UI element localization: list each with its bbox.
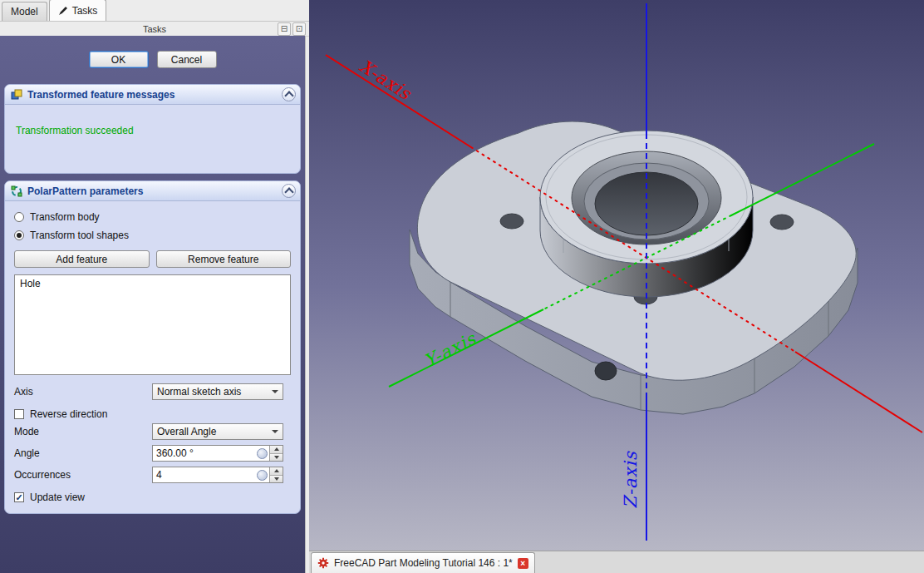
- angle-value: 360.00 °: [153, 447, 257, 459]
- occurrences-value: 4: [153, 469, 257, 481]
- transform-body-label: Transform body: [30, 211, 100, 223]
- radio-selected-icon: [14, 230, 24, 240]
- reverse-direction-checkbox[interactable]: Reverse direction: [14, 405, 291, 423]
- occurrences-label: Occurrences: [14, 469, 152, 481]
- side-hole: [595, 362, 617, 380]
- panel-title: Tasks: [143, 24, 166, 34]
- mode-combobox[interactable]: Overall Angle: [152, 423, 283, 440]
- z-axis-label: Z-axis: [621, 451, 641, 509]
- tab-model[interactable]: Model: [2, 2, 47, 21]
- angle-spin-down[interactable]: [270, 454, 283, 462]
- occurrences-spin-up[interactable]: [270, 467, 283, 476]
- part-model: [410, 121, 858, 414]
- feature-buttons: Add feature Remove feature: [14, 250, 291, 268]
- messages-section-title: Transformed feature messages: [27, 89, 174, 101]
- tasks-panel: OK Cancel Transformed feature messages: [0, 36, 306, 573]
- parameters-section-header: PolarPattern parameters: [5, 181, 300, 201]
- document-tabbar: FreeCAD Part Modeling Tutorial 146 : 1* …: [309, 551, 924, 573]
- reverse-direction-label: Reverse direction: [30, 408, 107, 420]
- tab-tasks[interactable]: Tasks: [49, 0, 107, 21]
- collapse-parameters-button[interactable]: [282, 184, 296, 198]
- arrow-down-icon: [274, 456, 279, 459]
- transform-body-radio[interactable]: Transform body: [14, 208, 291, 226]
- mode-combobox-value: Overall Angle: [157, 426, 272, 437]
- cancel-button[interactable]: Cancel: [157, 51, 217, 68]
- chevron-up-icon: [284, 91, 293, 100]
- remove-feature-button[interactable]: Remove feature: [156, 250, 292, 268]
- transform-tool-shapes-radio[interactable]: Transform tool shapes: [14, 226, 291, 245]
- add-feature-button[interactable]: Add feature: [14, 250, 150, 268]
- panel-tabbar: Model Tasks: [0, 0, 309, 22]
- axis-label: Axis: [14, 386, 152, 398]
- 3d-view-canvas[interactable]: X-axis Y-axis Z-axis: [309, 0, 924, 551]
- messages-section: Transformed feature messages Transformat…: [4, 84, 301, 174]
- angle-spin-up[interactable]: [270, 446, 283, 454]
- axis-combobox[interactable]: Normal sketch axis: [152, 383, 283, 400]
- angle-label: Angle: [14, 447, 152, 459]
- polarpattern-icon: [11, 185, 22, 197]
- document-tab-label: FreeCAD Part Modeling Tutorial 146 : 1*: [334, 557, 513, 569]
- feature-list-item[interactable]: Hole: [15, 275, 290, 292]
- arrow-down-icon: [274, 477, 279, 481]
- parameters-section: PolarPattern parameters Transform body T…: [4, 180, 301, 514]
- occurrences-spinbox[interactable]: 4: [152, 467, 283, 483]
- parameters-section-title: PolarPattern parameters: [27, 185, 143, 197]
- expression-icon[interactable]: [257, 448, 268, 459]
- arrow-up-icon: [274, 447, 279, 451]
- pen-icon: [58, 6, 68, 16]
- dialog-buttons: OK Cancel: [0, 51, 305, 68]
- tab-model-label: Model: [11, 6, 38, 17]
- axis-combobox-value: Normal sketch axis: [157, 386, 272, 398]
- chevron-down-icon: [272, 390, 278, 393]
- left-panel: Model Tasks Tasks ⊟ ⊡ OK Cancel: [0, 0, 309, 573]
- feature-list[interactable]: Hole: [14, 274, 291, 375]
- transform-tool-shapes-label: Transform tool shapes: [30, 230, 129, 241]
- update-view-checkbox[interactable]: ✓ Update view: [14, 488, 291, 506]
- occurrences-spin-buttons: [269, 467, 283, 482]
- 3d-viewport[interactable]: X-axis Y-axis Z-axis: [309, 0, 924, 551]
- dock-icon[interactable]: ⊟: [278, 22, 291, 36]
- freecad-icon: [317, 557, 329, 569]
- checkbox-icon: [14, 409, 24, 419]
- radio-icon: [14, 212, 24, 222]
- pattern-hole-right: [770, 215, 794, 230]
- chevron-down-icon: [272, 430, 278, 433]
- angle-spinbox[interactable]: 360.00 °: [152, 445, 283, 462]
- y-axis-label: Y-axis: [421, 328, 479, 372]
- angle-spin-buttons: [269, 446, 283, 461]
- collapse-messages-button[interactable]: [282, 87, 296, 101]
- freecad-window: Model Tasks Tasks ⊟ ⊡ OK Cancel: [0, 0, 924, 573]
- arrow-up-icon: [274, 469, 279, 472]
- float-icon[interactable]: ⊡: [292, 22, 306, 36]
- document-tab[interactable]: FreeCAD Part Modeling Tutorial 146 : 1* …: [311, 552, 535, 573]
- chevron-up-icon: [284, 187, 293, 196]
- close-icon[interactable]: ×: [518, 558, 528, 569]
- status-text: Transformation succeeded: [16, 125, 289, 136]
- ok-button[interactable]: OK: [89, 51, 149, 68]
- pattern-hole-left: [500, 214, 523, 229]
- messages-section-header: Transformed feature messages: [5, 85, 300, 105]
- panel-titlebar: Tasks ⊟ ⊡: [0, 22, 309, 37]
- transformed-feature-icon: [11, 89, 22, 101]
- mode-label: Mode: [14, 426, 152, 437]
- occurrences-spin-down[interactable]: [270, 476, 283, 483]
- tab-tasks-label: Tasks: [72, 5, 98, 17]
- checkbox-checked-icon: ✓: [14, 492, 24, 502]
- expression-icon[interactable]: [257, 470, 268, 481]
- update-view-label: Update view: [30, 491, 85, 503]
